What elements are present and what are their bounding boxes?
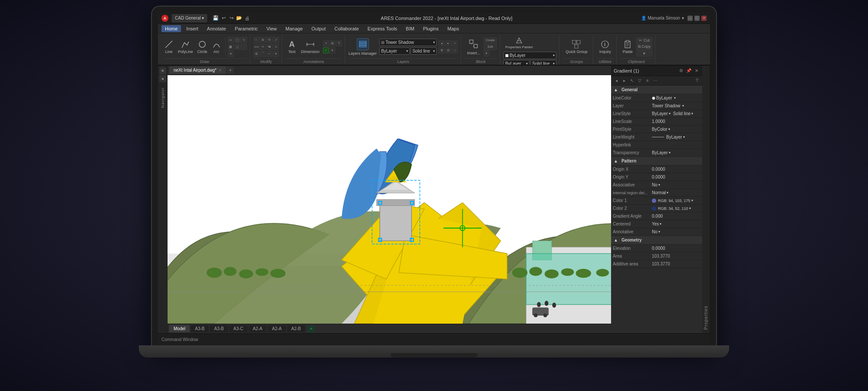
undo-btn[interactable]: ↩	[220, 15, 227, 22]
paste-btn[interactable]: Paste	[620, 39, 635, 55]
annotative-arrow[interactable]: ▾	[658, 230, 660, 234]
fillet-btn[interactable]: ⌒	[260, 51, 266, 57]
linestyle2-dropdown[interactable]: Solid line ▾	[411, 47, 437, 55]
edit-block-btn[interactable]: Edit	[483, 44, 497, 50]
check-mark-btn[interactable]: ✓	[323, 47, 329, 53]
transparency-arrow[interactable]: ▾	[669, 151, 671, 155]
array-btn[interactable]: ⊞	[253, 51, 260, 57]
panel-more-btn[interactable]: ⋯	[652, 77, 659, 84]
layer-val-arrow[interactable]: ▾	[682, 104, 684, 108]
rect-btn[interactable]: ▭	[228, 37, 234, 43]
print-btn[interactable]: 🖨	[243, 15, 250, 22]
point-btn[interactable]: ·	[241, 44, 247, 50]
nav-expand-btn[interactable]: ◂	[159, 75, 166, 82]
profile-dropdown[interactable]: 👤 Manuela Simson ▾	[641, 16, 684, 20]
leader-btn[interactable]: ↗	[323, 40, 329, 46]
table-btn[interactable]: ⊞	[329, 40, 335, 46]
create-block-btn[interactable]: Create	[483, 37, 497, 43]
nav-close-btn[interactable]: ✕	[159, 67, 166, 74]
general-section-header[interactable]: ▲ General	[611, 86, 702, 94]
linecolor-arrow[interactable]: ▾	[674, 96, 676, 100]
chamfer-btn[interactable]: ⌐	[266, 51, 273, 57]
menu-home[interactable]: Home	[161, 25, 181, 32]
move-btn[interactable]: ↔	[253, 37, 260, 43]
color2-arrow[interactable]: ▾	[689, 206, 691, 210]
menu-view[interactable]: View	[263, 25, 280, 32]
prop-linestyle2-dropdown[interactable]: Solid line ▾	[530, 60, 556, 65]
layers-manager-icon-btn[interactable]	[357, 38, 369, 50]
tab-next-airport[interactable]: neXt Intal Airport.dwg* ✕	[169, 66, 226, 74]
maximize-btn[interactable]: □	[694, 16, 700, 21]
menu-express[interactable]: Express Tools	[364, 25, 401, 32]
properties-side-label[interactable]: Properties	[702, 66, 710, 333]
line-btn[interactable]: Line	[162, 39, 175, 55]
panel-help-btn[interactable]: ?	[694, 77, 700, 84]
new-tab-btn[interactable]: +	[227, 67, 234, 74]
polyline-btn[interactable]: PolyLine	[176, 39, 195, 55]
menu-maps[interactable]: Maps	[444, 25, 463, 32]
dimension-btn[interactable]: Dimension	[299, 39, 322, 55]
tab-a3-b2[interactable]: A3-B	[210, 325, 228, 332]
scale-btn[interactable]: ⤢	[273, 37, 279, 43]
save-btn[interactable]: 💾	[212, 15, 219, 22]
associative-arrow[interactable]: ▾	[658, 183, 660, 187]
more-block-btn[interactable]: ▾	[483, 50, 490, 56]
layer-name-dropdown[interactable]: Tower Shadow ▾	[379, 39, 437, 46]
panel-back-btn[interactable]: ◂	[613, 77, 620, 84]
text-btn[interactable]: A Text	[286, 39, 299, 55]
region-btn[interactable]: ◻	[234, 44, 240, 50]
copy-btn[interactable]: ⧉	[260, 37, 266, 43]
menu-annotate[interactable]: Annotate	[204, 25, 230, 32]
more-draw-btn[interactable]: ▾	[228, 51, 234, 57]
menu-collaborate[interactable]: Collaborate	[331, 25, 362, 32]
layer-next-btn[interactable]: ▸	[445, 40, 451, 46]
tab-a2-b[interactable]: A2-B	[287, 325, 305, 332]
tab-close-btn[interactable]: ✕	[218, 68, 222, 73]
more-clipboard-btn[interactable]: ▾	[636, 50, 653, 56]
copy-clipboard-btn[interactable]: ⧉ Copy	[636, 44, 653, 50]
properties-painter-btn[interactable]: Properties Painter	[503, 35, 535, 50]
pattern-section-header[interactable]: ▲ Pattern	[611, 157, 702, 166]
trim-btn[interactable]: ✂	[260, 44, 266, 50]
layer-linestyle-dropdown[interactable]: ByLayer ▾	[379, 47, 410, 55]
panel-forward-btn[interactable]: ▸	[621, 77, 628, 84]
menu-insert[interactable]: Insert	[183, 25, 202, 32]
open-btn[interactable]: 📂	[236, 15, 243, 22]
more-annot-btn[interactable]: ▾	[329, 47, 335, 53]
layer-settings2[interactable]: ⊟	[445, 47, 451, 53]
linestyle-solid-arrow[interactable]: ▾	[691, 112, 693, 116]
lineweight-val-arrow[interactable]: ▾	[683, 135, 685, 139]
menu-output[interactable]: Output	[308, 25, 329, 32]
ellipse-btn[interactable]: ◯	[234, 37, 240, 43]
workspace-dropdown[interactable]: CAD General ▾	[172, 14, 207, 22]
hatch-btn[interactable]: ▦	[228, 44, 234, 50]
cut-btn[interactable]: ✂ Cut	[636, 37, 653, 43]
layer-settings1[interactable]: ⚙	[439, 47, 445, 53]
tab-a2-a[interactable]: A2-A	[249, 325, 267, 332]
offset-btn[interactable]: ⊃	[273, 44, 279, 50]
printstyle-arrow[interactable]: ▾	[668, 127, 670, 131]
mtext-btn[interactable]: T	[336, 40, 342, 46]
add-layout-btn[interactable]: +	[308, 325, 315, 332]
drawing-area[interactable]	[168, 75, 611, 324]
panel-toggle-btn[interactable]: ≡	[644, 77, 651, 84]
close-btn[interactable]: ✕	[701, 16, 707, 21]
tab-a2-a2[interactable]: A2-A	[268, 325, 286, 332]
centered-arrow[interactable]: ▾	[660, 222, 661, 226]
menu-bim[interactable]: BIM	[402, 25, 418, 32]
panel-select-btn[interactable]: ↖	[628, 77, 635, 84]
tab-a3-c[interactable]: A3-C	[229, 325, 248, 332]
panel-filter-btn[interactable]: ▽	[636, 77, 643, 84]
minimize-btn[interactable]: —	[687, 16, 693, 21]
extend-btn[interactable]: ⇆	[266, 44, 273, 50]
more-modify-btn[interactable]: ▾	[273, 51, 279, 57]
panel-settings-btn[interactable]: ⚙	[678, 68, 684, 74]
menu-parametric[interactable]: Parametric	[231, 25, 261, 32]
linestyle-val-arrow[interactable]: ▾	[669, 112, 671, 116]
layer-settings3[interactable]: ↕	[452, 47, 458, 53]
quick-group-btn[interactable]: Quick Group	[563, 39, 590, 55]
inquiry-btn[interactable]: i Inquiry	[597, 39, 614, 55]
redo-btn[interactable]: ↪	[228, 15, 235, 22]
tab-model[interactable]: Model	[169, 325, 190, 332]
rotate-btn[interactable]: ↻	[266, 37, 273, 43]
